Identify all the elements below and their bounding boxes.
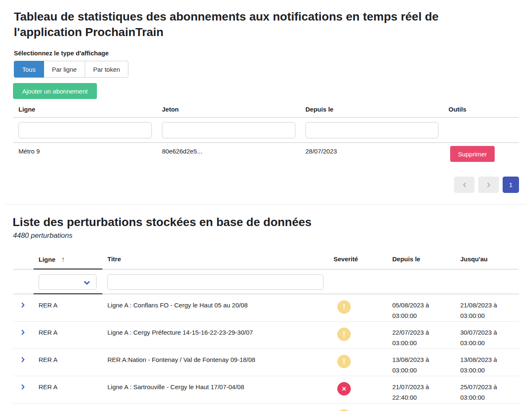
perturbation-ligne: RER A: [34, 376, 102, 403]
perturbation-titre: Ligne A : Cergy Préfecture 14-15-16-22-2…: [102, 322, 329, 349]
column-header-ligne: Ligne: [13, 102, 156, 117]
chevron-right-icon: [487, 182, 491, 188]
perturbation-ligne: RER A: [34, 294, 102, 321]
chevron-right-icon: [21, 356, 25, 363]
subscriptions-filter-row: [13, 118, 519, 143]
column-header-titre: Titre: [102, 252, 329, 269]
expand-row-button[interactable]: [21, 384, 25, 390]
severity-warning-icon: !: [337, 409, 351, 411]
perturbation-jusqu-au: 25/07/2023 à 03:00:00: [455, 376, 519, 403]
perturbation-row: RER A Ligne A : Conflans FO - Cergy le H…: [13, 294, 519, 322]
perturbation-depuis-le: 21/07/2023 à 22:40:00: [387, 376, 455, 403]
filter-jeton-input[interactable]: [162, 122, 295, 138]
perturbation-depuis-le: 22/07/2023 à 03:00:00: [387, 322, 455, 349]
column-header-expander: [13, 252, 34, 269]
filter-ligne-select[interactable]: [39, 274, 96, 290]
tab-par-ligne[interactable]: Par ligne: [44, 61, 85, 78]
column-header-jusqu-au: Jusqu'au: [455, 252, 519, 269]
perturbations-table-header: Ligne↑ Titre Severité Depuis le Jusqu'au: [13, 252, 519, 270]
column-header-jeton: Jeton: [156, 102, 300, 117]
perturbations-table: Ligne↑ Titre Severité Depuis le Jusqu'au: [13, 252, 519, 411]
filter-ligne-input[interactable]: [18, 122, 152, 138]
column-header-severite: Severité: [329, 252, 387, 269]
tab-tous[interactable]: Tous: [14, 61, 44, 78]
perturbations-title: Liste des perturbations stockées en base…: [13, 215, 519, 230]
pagination-next-button[interactable]: [478, 177, 499, 193]
add-subscription-button[interactable]: Ajouter un abonnement: [13, 83, 97, 99]
perturbation-row: RER A Ligne A : Cergy Préfecture 14-15-1…: [13, 322, 519, 349]
subscription-jeton: 80e626d2e5...: [156, 143, 300, 170]
severity-warning-icon: !: [337, 328, 351, 341]
perturbation-titre: RER A:Nation - Fontenay / Val de Fontena…: [102, 403, 329, 411]
chevron-left-icon: [462, 182, 467, 188]
perturbation-titre: Ligne A : Conflans FO - Cergy le Haut 05…: [102, 294, 329, 321]
column-header-ligne[interactable]: Ligne↑: [34, 252, 102, 269]
chevron-right-icon: [21, 329, 25, 336]
expand-row-button[interactable]: [21, 356, 25, 363]
perturbation-jusqu-au: 15/08/2023 à: [455, 403, 519, 411]
column-header-depuis-le: Depuis le: [300, 102, 443, 117]
perturbation-row: RER A RER A:Nation - Fontenay / Val de F…: [13, 403, 519, 411]
subscription-row: Métro 9 80e626d2e5... 28/07/2023 Supprim…: [13, 143, 519, 170]
perturbation-row: RER A Ligne A : Sartrouville - Cergy le …: [13, 376, 519, 403]
severity-error-icon: ✕: [337, 382, 351, 395]
perturbation-jusqu-au: 30/07/2023 à 03:00:00: [455, 322, 519, 349]
page-title: Tableau de statistiques des abonnements …: [14, 9, 488, 40]
perturbation-ligne: RER A: [34, 349, 102, 376]
severity-glyph: !: [343, 329, 345, 340]
severity-warning-icon: !: [337, 300, 351, 314]
pagination: 1: [13, 177, 519, 193]
column-header-outils: Outils: [443, 102, 519, 117]
column-header-ligne-label: Ligne: [39, 256, 55, 263]
column-header-depuis-le: Depuis le: [387, 252, 455, 269]
perturbation-titre: RER A:Nation - Fontenay / Val de Fontena…: [102, 349, 329, 376]
perturbation-ligne: RER A: [34, 403, 102, 411]
perturbation-row: RER A RER A:Nation - Fontenay / Val de F…: [13, 349, 519, 376]
chevron-right-icon: [21, 302, 25, 308]
filter-depuis-le-input[interactable]: [305, 122, 438, 138]
severity-glyph: ✕: [342, 384, 347, 394]
severity-glyph: !: [343, 302, 345, 312]
expand-row-button[interactable]: [21, 302, 25, 308]
display-type-label: Sélectionnez le type d'affichage: [14, 49, 519, 57]
section-divider: [5, 204, 527, 205]
subscriptions-table-header: Ligne Jeton Depuis le Outils: [13, 102, 519, 118]
severity-glyph: !: [343, 356, 345, 367]
perturbation-depuis-le: 05/08/2023 à 03:00:00: [387, 294, 455, 321]
perturbation-depuis-le: 13/08/2023 à 03:00:00: [387, 349, 455, 376]
perturbation-jusqu-au: 21/08/2023 à 03:00:00: [455, 294, 519, 321]
chevron-right-icon: [21, 384, 25, 390]
tab-par-token[interactable]: Par token: [85, 61, 128, 78]
severity-warning-icon: !: [337, 355, 351, 368]
filter-titre-input[interactable]: [107, 274, 323, 290]
pagination-page-1-button[interactable]: 1: [503, 177, 519, 193]
perturbations-filter-row: [13, 270, 519, 294]
display-type-tabs: Tous Par ligne Par token: [14, 61, 128, 78]
page: Tableau de statistiques des abonnements …: [0, 0, 532, 411]
subscription-ligne: Métro 9: [13, 143, 156, 170]
subscriptions-table: Ligne Jeton Depuis le Outils Métro 9 80e…: [13, 102, 519, 170]
perturbation-jusqu-au: 13/08/2023 à 03:00:00: [455, 349, 519, 376]
perturbation-ligne: RER A: [34, 322, 102, 349]
pagination-prev-button[interactable]: [454, 177, 475, 193]
expand-row-button[interactable]: [21, 329, 25, 336]
sort-ascending-icon: ↑: [61, 255, 65, 263]
subscription-depuis-le: 28/07/2023: [300, 143, 443, 170]
perturbations-count: 4480 perturbations: [13, 232, 519, 240]
perturbation-depuis-le: 15/08/2023 à: [387, 403, 455, 411]
delete-subscription-button[interactable]: Supprimer: [450, 146, 495, 162]
perturbation-titre: Ligne A : Sartrouville - Cergy le Haut 1…: [102, 376, 329, 403]
